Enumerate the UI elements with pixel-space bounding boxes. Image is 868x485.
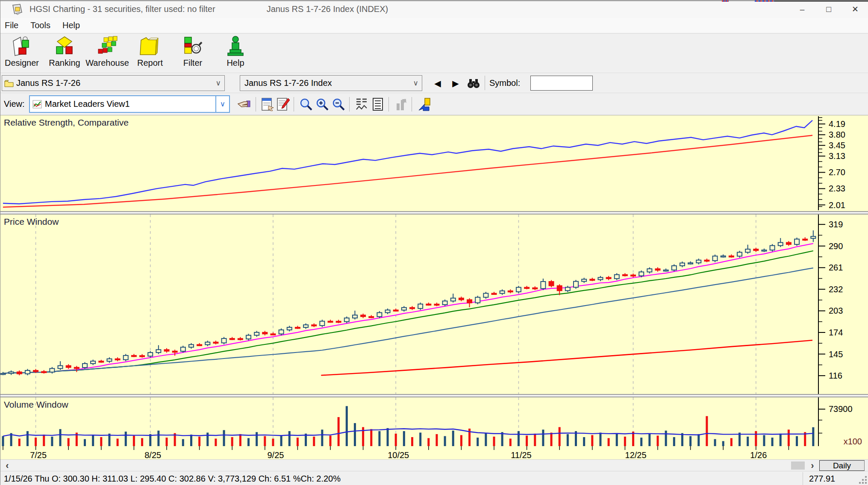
report-button[interactable]: Report bbox=[129, 35, 171, 72]
chart-scrollbar[interactable]: ‹ › Daily bbox=[0, 459, 868, 471]
svg-text:319: 319 bbox=[829, 220, 843, 229]
next-security-button[interactable]: ▶ bbox=[448, 76, 463, 90]
list-icon bbox=[371, 97, 385, 111]
svg-text:10/25: 10/25 bbox=[388, 450, 409, 460]
divider bbox=[388, 97, 389, 112]
group-combo-value: Janus RS 1-7-26 bbox=[16, 78, 80, 88]
ohlc-status-text: 1/15/26 Thu O: 300.30 H: 311.03 L: 295.4… bbox=[4, 474, 341, 484]
window-title: HGSI Charting - 31 securities, filter us… bbox=[29, 4, 215, 14]
magnifier-plus-icon bbox=[315, 97, 329, 111]
chart-tools-button[interactable] bbox=[416, 97, 432, 112]
apply-view-button[interactable] bbox=[236, 97, 252, 112]
ranking-button[interactable]: Ranking bbox=[43, 35, 86, 72]
magnifier-minus-icon bbox=[332, 97, 345, 111]
menu-file[interactable]: File bbox=[0, 18, 24, 33]
svg-text:116: 116 bbox=[829, 371, 842, 380]
svg-text:x100: x100 bbox=[844, 437, 862, 446]
security-combo[interactable]: Janus RS 1-7-26 Index ∨ bbox=[240, 75, 422, 91]
svg-text:232: 232 bbox=[829, 285, 843, 294]
folder-icon bbox=[4, 79, 14, 87]
svg-text:290: 290 bbox=[829, 241, 843, 251]
volume-chart[interactable]: 73900x100 bbox=[0, 397, 868, 446]
title-bar[interactable]: HGSI Charting - 31 securities, filter us… bbox=[0, 0, 868, 18]
svg-text:73900: 73900 bbox=[829, 404, 853, 414]
edit-view-button[interactable] bbox=[275, 97, 291, 112]
help-icon bbox=[225, 36, 246, 57]
svg-text:261: 261 bbox=[829, 263, 843, 272]
scroll-right-arrow[interactable]: › bbox=[806, 460, 818, 471]
resize-grip-icon[interactable] bbox=[858, 475, 867, 484]
svg-text:2.70: 2.70 bbox=[829, 168, 845, 177]
scroll-left-arrow[interactable]: ‹ bbox=[1, 460, 13, 471]
price-chart[interactable]: 319290261232203174145116 bbox=[0, 215, 868, 394]
window-subtitle: Janus RS 1-7-26 Index (INDEX) bbox=[267, 4, 388, 14]
arrow-note-icon bbox=[417, 97, 431, 111]
svg-text:9/25: 9/25 bbox=[267, 450, 284, 460]
zoom-in-button[interactable] bbox=[314, 97, 330, 112]
svg-text:3.45: 3.45 bbox=[829, 141, 845, 150]
symbol-label: Symbol: bbox=[489, 78, 520, 88]
rs-panel-title: Relative Strength, Comparative bbox=[4, 118, 129, 128]
chart-disabled-button[interactable] bbox=[393, 97, 409, 112]
timeframe-daily-button[interactable]: Daily bbox=[819, 460, 865, 471]
designer-button[interactable]: Designer bbox=[0, 35, 43, 72]
report-list-button[interactable] bbox=[370, 97, 386, 112]
chevron-down-icon: ∨ bbox=[215, 96, 229, 112]
find-symbol-button[interactable] bbox=[466, 76, 481, 90]
svg-text:11/25: 11/25 bbox=[511, 450, 532, 460]
menu-bar: File Tools Help bbox=[0, 18, 868, 33]
svg-text:174: 174 bbox=[829, 328, 843, 337]
zoom-out-button[interactable] bbox=[330, 97, 347, 112]
designer-icon bbox=[11, 36, 32, 57]
menu-tools[interactable]: Tools bbox=[24, 18, 56, 33]
prev-security-button[interactable]: ◀ bbox=[430, 76, 445, 90]
chart-view-icon bbox=[32, 100, 42, 109]
properties-page-icon bbox=[261, 97, 274, 111]
edit-page-icon bbox=[276, 97, 290, 111]
divider bbox=[349, 97, 350, 112]
group-combo[interactable]: Janus RS 1-7-26 ∨ bbox=[2, 75, 225, 91]
security-combo-value: Janus RS 1-7-26 Index bbox=[244, 78, 332, 88]
relative-strength-chart[interactable]: 4.193.803.453.132.702.332.01 bbox=[0, 115, 868, 211]
scrollbar-thumb[interactable] bbox=[791, 461, 805, 470]
main-toolbar: Designer Ranking Warehouse bbox=[0, 33, 868, 73]
minimize-button[interactable]: – bbox=[789, 0, 815, 18]
hand-pointer-icon bbox=[237, 97, 251, 111]
toolbar-button-label: Filter bbox=[183, 58, 202, 68]
view-toolbar-row: View: Market Leaders View1 ∨ bbox=[0, 93, 868, 115]
zoom-button[interactable] bbox=[298, 97, 314, 112]
svg-text:8/25: 8/25 bbox=[144, 450, 161, 460]
divider bbox=[256, 97, 256, 112]
toolbar-button-label: Warehouse bbox=[85, 58, 129, 68]
svg-text:4.19: 4.19 bbox=[829, 119, 845, 129]
help-button[interactable]: Help bbox=[214, 35, 257, 72]
menu-help[interactable]: Help bbox=[56, 18, 86, 33]
price-panel-title: Price Window bbox=[4, 217, 59, 227]
close-button[interactable]: ✕ bbox=[842, 0, 868, 18]
svg-text:2.33: 2.33 bbox=[829, 184, 845, 193]
view-combo-value: Market Leaders View1 bbox=[45, 99, 130, 109]
volume-panel-title: Volume Window bbox=[4, 400, 68, 410]
screen-edge-artifact bbox=[0, 0, 868, 1]
panel-splitter[interactable] bbox=[0, 211, 868, 215]
bar-chart-gray-icon bbox=[394, 97, 408, 111]
warehouse-button[interactable]: Warehouse bbox=[86, 35, 129, 72]
filter-button[interactable]: Filter bbox=[171, 35, 214, 72]
cursor-price-readout: 277.91 bbox=[809, 474, 835, 484]
toolbar-button-label: Designer bbox=[5, 58, 39, 68]
svg-text:12/25: 12/25 bbox=[625, 450, 647, 460]
warehouse-icon bbox=[97, 36, 118, 57]
view-combo[interactable]: Market Leaders View1 ∨ bbox=[29, 95, 230, 113]
toolbar-button-label: Help bbox=[227, 58, 244, 68]
magnifier-icon bbox=[299, 97, 313, 111]
screen-edge-artifact bbox=[755, 0, 774, 2]
toolbar-button-label: Ranking bbox=[49, 58, 80, 68]
toolbar-button-label: Report bbox=[137, 58, 163, 68]
maximize-button[interactable]: □ bbox=[815, 0, 842, 18]
selector-row: Janus RS 1-7-26 ∨ Janus RS 1-7-26 Index … bbox=[0, 73, 868, 93]
view-properties-button[interactable] bbox=[259, 97, 276, 112]
panel-splitter[interactable] bbox=[0, 394, 868, 397]
chevron-down-icon: ∨ bbox=[216, 79, 221, 88]
symbol-input[interactable] bbox=[530, 76, 593, 91]
quotes-button[interactable] bbox=[353, 97, 370, 112]
